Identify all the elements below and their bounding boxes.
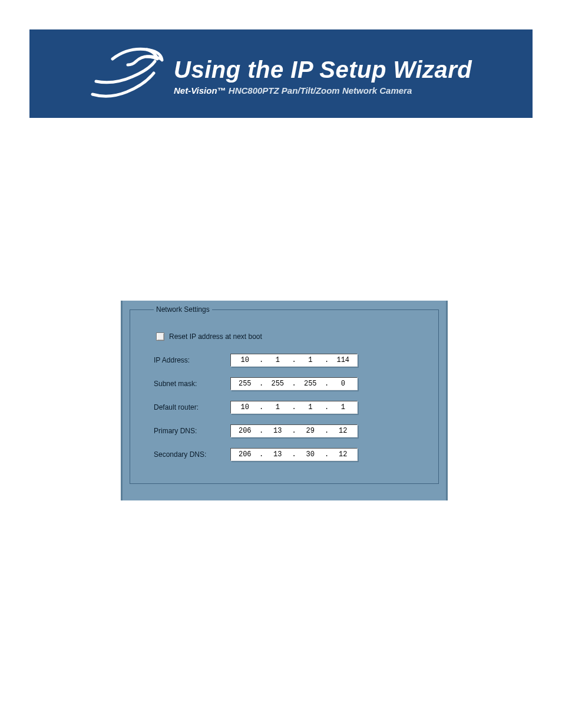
ip-octet[interactable]: 206 xyxy=(231,427,259,435)
ip-address-input[interactable]: 10. 1. 1. 114 xyxy=(230,354,358,367)
network-settings-panel: Network Settings Reset IP address at nex… xyxy=(121,301,448,500)
reset-ip-checkbox[interactable] xyxy=(156,332,164,341)
ip-octet[interactable]: 13 xyxy=(264,427,292,435)
ip-octet[interactable]: 1 xyxy=(296,403,325,411)
page-subtitle: Net-Vision™ HNC800PTZ Pan/Tilt/Zoom Netw… xyxy=(174,85,472,95)
default-router-input[interactable]: 10. 1. 1. 1 xyxy=(230,401,358,414)
ip-octet[interactable]: 1 xyxy=(329,403,358,411)
ip-octet[interactable]: 29 xyxy=(296,427,325,435)
ip-octet[interactable]: 255 xyxy=(231,380,259,388)
primary-dns-label: Primary DNS: xyxy=(154,427,230,435)
primary-dns-input[interactable]: 206. 13. 29. 12 xyxy=(230,424,358,437)
ip-octet[interactable]: 255 xyxy=(264,380,292,388)
ip-address-label: IP Address: xyxy=(154,356,230,364)
ip-octet[interactable]: 1 xyxy=(264,403,292,411)
product-label: HNC800PTZ Pan/Tilt/Zoom Network Camera xyxy=(229,85,412,95)
ip-octet[interactable]: 1 xyxy=(264,356,292,364)
secondary-dns-input[interactable]: 206. 13. 30. 12 xyxy=(230,448,358,461)
ip-octet[interactable]: 10 xyxy=(231,356,259,364)
ip-octet[interactable]: 30 xyxy=(296,450,325,459)
reset-ip-label: Reset IP address at next boot xyxy=(169,332,262,341)
subnet-mask-label: Subnet mask: xyxy=(154,380,230,388)
page-title: Using the IP Setup Wizard xyxy=(174,57,472,82)
ip-octet[interactable]: 10 xyxy=(231,403,259,411)
ip-octet[interactable]: 1 xyxy=(296,356,325,364)
ip-octet[interactable]: 114 xyxy=(329,356,358,364)
network-settings-group: Network Settings Reset IP address at nex… xyxy=(130,305,439,484)
default-router-label: Default router: xyxy=(154,403,230,411)
brand-label: Net-Vision™ xyxy=(174,85,226,95)
ip-octet[interactable]: 12 xyxy=(329,427,358,435)
subnet-mask-input[interactable]: 255. 255. 255. 0 xyxy=(230,377,358,390)
secondary-dns-label: Secondary DNS: xyxy=(154,450,230,459)
header-banner: Using the IP Setup Wizard Net-Vision™ HN… xyxy=(29,29,533,118)
ip-octet[interactable]: 12 xyxy=(329,450,358,459)
ip-octet[interactable]: 0 xyxy=(329,380,358,388)
eagle-logo-icon xyxy=(85,41,168,106)
ip-octet[interactable]: 255 xyxy=(296,380,325,388)
ip-octet[interactable]: 13 xyxy=(264,450,292,459)
ip-octet[interactable]: 206 xyxy=(231,450,259,459)
group-legend: Network Settings xyxy=(154,305,212,314)
